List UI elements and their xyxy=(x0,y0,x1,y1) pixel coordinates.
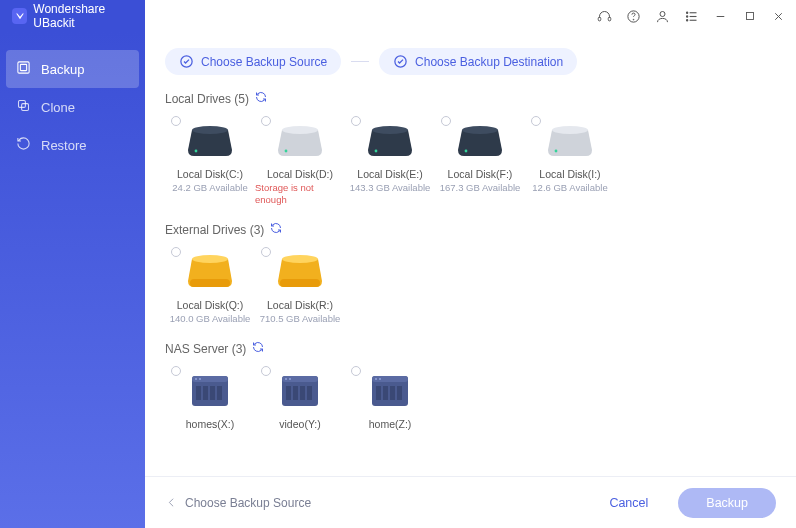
step-label: Choose Backup Source xyxy=(201,55,327,69)
refresh-icon[interactable] xyxy=(270,222,282,237)
svg-point-27 xyxy=(462,126,498,134)
radio-icon[interactable] xyxy=(261,116,271,126)
check-circle-icon xyxy=(179,54,194,69)
restore-icon xyxy=(16,136,31,154)
step-choose-source[interactable]: Choose Backup Source xyxy=(165,48,341,75)
radio-icon[interactable] xyxy=(171,366,181,376)
step-choose-destination[interactable]: Choose Backup Destination xyxy=(379,48,577,75)
cancel-button[interactable]: Cancel xyxy=(591,488,666,518)
drive-icon xyxy=(185,370,235,410)
drive-item[interactable]: homes(X:) xyxy=(165,364,255,442)
drive-name: Local Disk(F:) xyxy=(448,168,513,182)
wizard-steps: Choose Backup Source Choose Backup Desti… xyxy=(145,32,796,85)
drive-icon xyxy=(185,251,235,291)
radio-icon[interactable] xyxy=(261,247,271,257)
svg-rect-31 xyxy=(190,279,230,287)
drive-icon xyxy=(455,120,505,160)
svg-point-58 xyxy=(379,378,381,380)
svg-point-34 xyxy=(282,255,318,263)
svg-rect-48 xyxy=(307,386,312,400)
backup-icon xyxy=(16,60,31,78)
sidebar-item-backup[interactable]: Backup xyxy=(6,50,139,88)
drive-sublabel: 167.3 GB Available xyxy=(440,182,521,194)
sidebar-item-clone[interactable]: Clone xyxy=(0,88,145,126)
radio-icon[interactable] xyxy=(441,116,451,126)
drive-item[interactable]: Local Disk(Q:)140.0 GB Available xyxy=(165,245,255,335)
drive-name: homes(X:) xyxy=(186,418,234,432)
section-title: External Drives (3) xyxy=(165,223,264,237)
help-icon[interactable] xyxy=(626,9,641,24)
drive-item[interactable]: Local Disk(E:)143.3 GB Available xyxy=(345,114,435,216)
chevron-left-icon xyxy=(165,496,178,509)
clone-icon xyxy=(16,98,31,116)
drive-sublabel: 24.2 GB Available xyxy=(172,182,247,194)
svg-point-24 xyxy=(285,150,288,153)
support-icon[interactable] xyxy=(597,9,612,24)
svg-rect-39 xyxy=(210,386,215,400)
radio-icon[interactable] xyxy=(171,247,181,257)
drive-item[interactable]: Local Disk(D:)Storage is not enough xyxy=(255,114,345,216)
sidebar-item-restore[interactable]: Restore xyxy=(0,126,145,164)
drive-icon xyxy=(275,370,325,410)
close-icon[interactable] xyxy=(771,9,786,24)
sidebar-item-label: Backup xyxy=(41,62,84,77)
check-circle-icon xyxy=(393,54,408,69)
footer: Choose Backup Source Cancel Backup xyxy=(145,476,796,528)
svg-rect-15 xyxy=(18,62,29,73)
svg-rect-12 xyxy=(746,13,753,20)
refresh-icon[interactable] xyxy=(252,341,264,356)
section-header: NAS Server (3) xyxy=(165,341,776,356)
svg-rect-33 xyxy=(280,279,320,287)
svg-point-28 xyxy=(465,150,468,153)
sidebar-item-label: Restore xyxy=(41,138,87,153)
drive-sublabel: 12.6 GB Available xyxy=(532,182,607,194)
drive-item[interactable]: Local Disk(C:)24.2 GB Available xyxy=(165,114,255,216)
drive-grid: homes(X:)video(Y:)home(Z:) xyxy=(165,364,776,442)
drive-name: video(Y:) xyxy=(279,418,320,432)
drive-item[interactable]: home(Z:) xyxy=(345,364,435,442)
svg-point-9 xyxy=(687,19,688,20)
radio-icon[interactable] xyxy=(171,116,181,126)
sidebar-item-label: Clone xyxy=(41,100,75,115)
drive-sublabel: 143.3 GB Available xyxy=(350,182,431,194)
svg-rect-37 xyxy=(196,386,201,400)
drive-item[interactable]: video(Y:) xyxy=(255,364,345,442)
menu-list-icon[interactable] xyxy=(684,9,699,24)
step-separator xyxy=(351,61,369,62)
svg-rect-56 xyxy=(397,386,402,400)
svg-point-49 xyxy=(285,378,287,380)
radio-icon[interactable] xyxy=(351,116,361,126)
drive-icon xyxy=(365,120,415,160)
section-title: Local Drives (5) xyxy=(165,92,249,106)
drive-name: home(Z:) xyxy=(369,418,412,432)
backup-button[interactable]: Backup xyxy=(678,488,776,518)
minimize-icon[interactable] xyxy=(713,9,728,24)
refresh-icon[interactable] xyxy=(255,91,267,106)
radio-icon[interactable] xyxy=(261,366,271,376)
drive-name: Local Disk(E:) xyxy=(357,168,422,182)
svg-point-5 xyxy=(687,12,688,13)
titlebar: Wondershare UBackit xyxy=(0,0,796,32)
svg-point-4 xyxy=(660,11,665,16)
section-header: External Drives (3) xyxy=(165,222,776,237)
radio-icon[interactable] xyxy=(531,116,541,126)
sidebar: BackupCloneRestore xyxy=(0,32,145,528)
drive-item[interactable]: Local Disk(R:)710.5 GB Available xyxy=(255,245,345,335)
drive-icon xyxy=(545,120,595,160)
drive-name: Local Disk(Q:) xyxy=(177,299,244,313)
maximize-icon[interactable] xyxy=(742,9,757,24)
drive-sublabel: 710.5 GB Available xyxy=(260,313,341,325)
svg-point-3 xyxy=(633,19,634,20)
drive-list: Local Drives (5)Local Disk(C:)24.2 GB Av… xyxy=(145,85,796,476)
drive-grid: Local Disk(Q:)140.0 GB AvailableLocal Di… xyxy=(165,245,776,335)
app-title: Wondershare UBackit xyxy=(33,2,145,30)
drive-name: Local Disk(R:) xyxy=(267,299,333,313)
radio-icon[interactable] xyxy=(351,366,361,376)
drive-item[interactable]: Local Disk(I:)12.6 GB Available xyxy=(525,114,615,216)
drive-item[interactable]: Local Disk(F:)167.3 GB Available xyxy=(435,114,525,216)
section-header: Local Drives (5) xyxy=(165,91,776,106)
svg-point-26 xyxy=(375,150,378,153)
drive-grid: Local Disk(C:)24.2 GB AvailableLocal Dis… xyxy=(165,114,776,216)
drive-icon xyxy=(185,120,235,160)
account-icon[interactable] xyxy=(655,9,670,24)
